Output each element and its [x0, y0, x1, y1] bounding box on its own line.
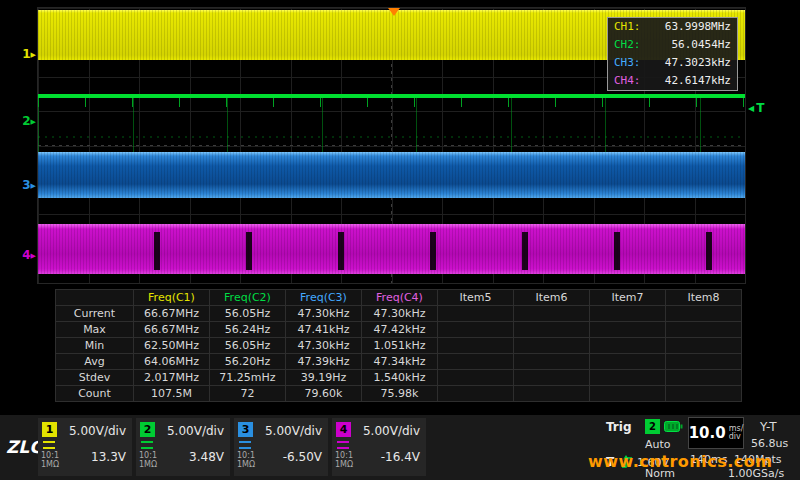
- measure-cell: [666, 338, 742, 354]
- marker-arrow-icon: ▶: [31, 118, 36, 126]
- measure-cell: 64.06MHz: [134, 354, 210, 370]
- ch4-position-marker[interactable]: 4▶: [14, 248, 36, 263]
- measure-row-label: Avg: [56, 354, 134, 370]
- measure-cell: [514, 370, 590, 386]
- timebase-value: 10.0: [689, 424, 726, 442]
- measure-cell: [666, 370, 742, 386]
- measure-cell: 56.24Hz: [210, 322, 286, 338]
- channel3-badge: 3: [238, 422, 253, 437]
- measure-header-freq-c1: Freq(C1): [134, 290, 210, 306]
- freq-value-ch4: 42.6147kHz: [665, 72, 731, 90]
- table-row: Current 66.67MHz 56.05Hz 47.30kHz 47.30k…: [56, 306, 742, 322]
- freq-label-ch3: CH3:: [614, 54, 641, 72]
- measure-cell: 47.41kHz: [286, 322, 362, 338]
- measure-header-freq-c2: Freq(C2): [210, 290, 286, 306]
- volts-per-div: 5.00V/div: [363, 424, 420, 438]
- ch2-position-marker[interactable]: 2▶: [14, 114, 36, 129]
- measure-cell: 47.30kHz: [362, 306, 438, 322]
- measure-cell: 75.98k: [362, 386, 438, 402]
- status-bar: ZLG® 1 10:11MΩ 5.00V/div 13.3V 2 10:11MΩ…: [0, 414, 800, 480]
- freq-row: CH2:56.0454Hz: [608, 36, 737, 54]
- measure-row-label: Min: [56, 338, 134, 354]
- measure-cell: 71.25mHz: [210, 370, 286, 386]
- measure-cell: [666, 306, 742, 322]
- sweep-mode[interactable]: Auto: [645, 438, 671, 451]
- table-row: Min 62.50MHz 56.05Hz 47.30kHz 1.051kHz: [56, 338, 742, 354]
- dc-coupling-icon: [43, 441, 55, 449]
- display-mode: Y-T: [760, 420, 776, 434]
- measure-cell: 56.05Hz: [210, 338, 286, 354]
- marker-arrow-icon: ▶: [31, 182, 36, 190]
- measurement-table: Freq(C1) Freq(C2) Freq(C3) Freq(C4) Item…: [55, 289, 742, 402]
- capture-window: 140ms: [690, 453, 727, 466]
- volts-per-div: 5.00V/div: [167, 424, 224, 438]
- oscilloscope-screen: 1▶ 2▶ 3▶ 4▶ ◀T CH1:63.9998MHz CH2:56.045…: [0, 0, 800, 480]
- table-row: Avg 64.06MHz 56.20Hz 47.39kHz 47.34kHz: [56, 354, 742, 370]
- dc-coupling-icon: [337, 441, 349, 449]
- measure-cell: 107.5M: [134, 386, 210, 402]
- trigger-level-marker[interactable]: ◀T: [748, 101, 764, 115]
- table-header-row: Freq(C1) Freq(C2) Freq(C3) Freq(C4) Item…: [56, 290, 742, 306]
- measure-cell: 66.67MHz: [134, 322, 210, 338]
- measure-header-freq-c4: Freq(C4): [362, 290, 438, 306]
- table-row: Max 66.67MHz 56.24Hz 47.41kHz 47.42kHz: [56, 322, 742, 338]
- channel4-control[interactable]: 4 10:11MΩ 5.00V/div -16.4V: [332, 418, 426, 476]
- channel2-badge: 2: [140, 422, 155, 437]
- measure-cell: 79.60k: [286, 386, 362, 402]
- volts-per-div: 5.00V/div: [69, 424, 126, 438]
- ch3-position-marker[interactable]: 3▶: [14, 178, 36, 193]
- horizontal-delay: 56.8us: [751, 437, 788, 450]
- freq-label-ch4: CH4:: [614, 72, 641, 90]
- timebase-control[interactable]: 10.0 ms/div: [688, 417, 744, 449]
- measure-cell: [514, 306, 590, 322]
- measure-row-label: Current: [56, 306, 134, 322]
- measure-cell: [514, 386, 590, 402]
- trigger-type-label: T: [606, 455, 614, 469]
- channel1-control[interactable]: 1 10:11MΩ 5.00V/div 13.3V: [38, 418, 132, 476]
- ch4-waveform-notches: [38, 232, 745, 270]
- trigger-menu-label[interactable]: Trig: [606, 420, 632, 434]
- measure-cell: 39.19Hz: [286, 370, 362, 386]
- measure-cell: [438, 354, 514, 370]
- measure-cell: 47.30kHz: [286, 306, 362, 322]
- measure-cell: [666, 354, 742, 370]
- freq-row: CH1:63.9998MHz: [608, 18, 737, 36]
- measure-cell: 47.39kHz: [286, 354, 362, 370]
- measure-cell: [438, 386, 514, 402]
- channel-offset: 13.3V: [91, 450, 126, 464]
- measure-cell: [590, 306, 666, 322]
- channel1-badge: 1: [42, 422, 57, 437]
- freq-row: CH3:47.3023kHz: [608, 54, 737, 72]
- ch1-position-marker[interactable]: 1▶: [14, 47, 36, 62]
- channel2-control[interactable]: 2 10:11MΩ 5.00V/div 3.48V: [136, 418, 230, 476]
- channel-offset: 3.48V: [189, 450, 224, 464]
- measure-cell: 56.05Hz: [210, 306, 286, 322]
- trigger-position-marker-icon[interactable]: [388, 8, 400, 16]
- trigger-source-badge[interactable]: 2: [645, 419, 660, 434]
- table-row: Stdev 2.017MHz 71.25mHz 39.19Hz 1.540kHz: [56, 370, 742, 386]
- channel3-control[interactable]: 3 10:11MΩ 5.00V/div -6.50V: [234, 418, 328, 476]
- measure-row-label: Max: [56, 322, 134, 338]
- timebase-unit: ms/div: [729, 425, 744, 441]
- sample-rate: 1.00GSa/s: [728, 467, 784, 480]
- probe-info: 10:11MΩ: [237, 451, 255, 469]
- dc-coupling-icon: [141, 441, 153, 449]
- measure-cell: 47.42kHz: [362, 322, 438, 338]
- measure-cell: [590, 354, 666, 370]
- measure-cell: 47.34kHz: [362, 354, 438, 370]
- ch2-waveform-pulses: [38, 98, 745, 154]
- frequency-readout-box: CH1:63.9998MHz CH2:56.0454Hz CH3:47.3023…: [607, 17, 738, 91]
- measure-header-item8: Item8: [666, 290, 742, 306]
- freq-label-ch2: CH2:: [614, 36, 641, 54]
- freq-row: CH4:42.6147kHz: [608, 72, 737, 90]
- measure-cell: [514, 354, 590, 370]
- probe-info: 10:11MΩ: [41, 451, 59, 469]
- channel4-badge: 4: [336, 422, 351, 437]
- measure-cell: [590, 370, 666, 386]
- measure-cell: [666, 386, 742, 402]
- marker-arrow-icon: ▶: [31, 51, 36, 59]
- measure-cell: 1.051kHz: [362, 338, 438, 354]
- measure-header-item5: Item5: [438, 290, 514, 306]
- measure-cell: 56.20Hz: [210, 354, 286, 370]
- measure-header-item7: Item7: [590, 290, 666, 306]
